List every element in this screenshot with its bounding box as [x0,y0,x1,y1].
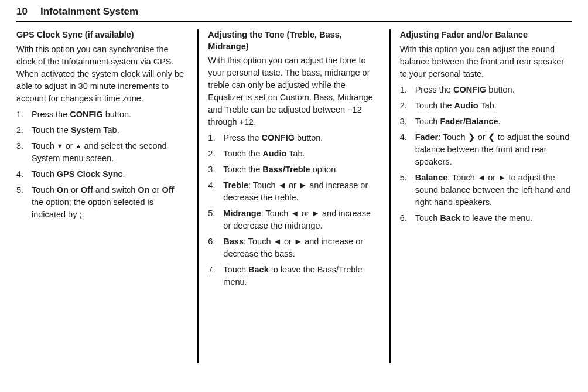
content-columns: GPS Clock Sync (if available) With this … [16,29,572,363]
list-item: Touch Back to leave the Bass/Treble menu… [208,264,380,288]
left-arrow-icon: ◄ [477,173,486,182]
col1-heading: GPS Clock Sync (if available) [16,29,188,41]
list-item: Touch GPS Clock Sync. [16,168,188,180]
left-arrow-icon: ◄ [274,237,282,246]
column-2: Adjusting the Tone (Treble, Bass, Midran… [199,29,389,363]
left-chevron-icon: ❮ [488,132,495,142]
list-item: Fader: Touch ❯ or ❮ to adjust the sound … [400,131,572,168]
page-number: 10 [16,6,28,18]
right-arrow-icon: ► [299,180,307,190]
column-1: GPS Clock Sync (if available) With this … [16,29,197,363]
col2-heading: Adjusting the Tone (Treble, Bass, Midran… [208,29,380,52]
up-arrow-icon: ▲ [76,143,82,149]
list-item: Touch the Audio Tab. [208,148,380,160]
col3-intro: With this option you can adjust the soun… [400,43,572,80]
list-item: Touch the Bass/Treble option. [208,163,380,176]
list-item: Press the CONFIG button. [208,132,380,144]
list-item: Midrange: Touch ◄ or ► and increase or d… [208,207,380,232]
page-header: 10 Infotainment System [16,6,572,22]
page-title: Infotainment System [40,6,138,18]
col2-intro: With this option you can adjust the tone… [208,54,380,128]
list-item: Touch the Audio Tab. [400,100,572,112]
list-item: Press the CONFIG button. [400,84,572,96]
column-3: Adjusting Fader and/or Balance With this… [391,29,572,363]
list-item: Balance: Touch ◄ or ► to adjust the soun… [400,172,572,209]
right-arrow-icon: ► [312,209,320,218]
list-item: Touch the System Tab. [16,124,188,137]
col2-steps: Press the CONFIG button. Touch the Audio… [208,132,380,288]
col3-heading: Adjusting Fader and/or Balance [400,29,572,41]
right-arrow-icon: ► [498,173,506,182]
col1-steps: Press the CONFIG button. Touch the Syste… [16,108,188,221]
list-item: Touch Fader/Balance. [400,115,572,128]
right-arrow-icon: ► [294,237,302,246]
list-item: Touch ▼ or ▲ and select the second Syste… [16,140,188,165]
list-item: Press the CONFIG button. [16,108,188,121]
list-item: Treble: Touch ◄ or ► and increase or dec… [208,179,380,204]
col1-intro: With this option you can synchronise the… [16,43,188,105]
right-chevron-icon: ❯ [468,132,476,142]
col3-steps: Press the CONFIG button. Touch the Audio… [400,84,572,224]
down-arrow-icon: ▼ [57,143,63,149]
list-item: Touch Back to leave the menu. [400,212,572,224]
list-item: Bass: Touch ◄ or ► and increase or decre… [208,236,380,260]
left-arrow-icon: ◄ [278,180,286,190]
list-item: Touch On or Off and switch On or Off the… [16,184,188,221]
left-arrow-icon: ◄ [290,209,299,218]
